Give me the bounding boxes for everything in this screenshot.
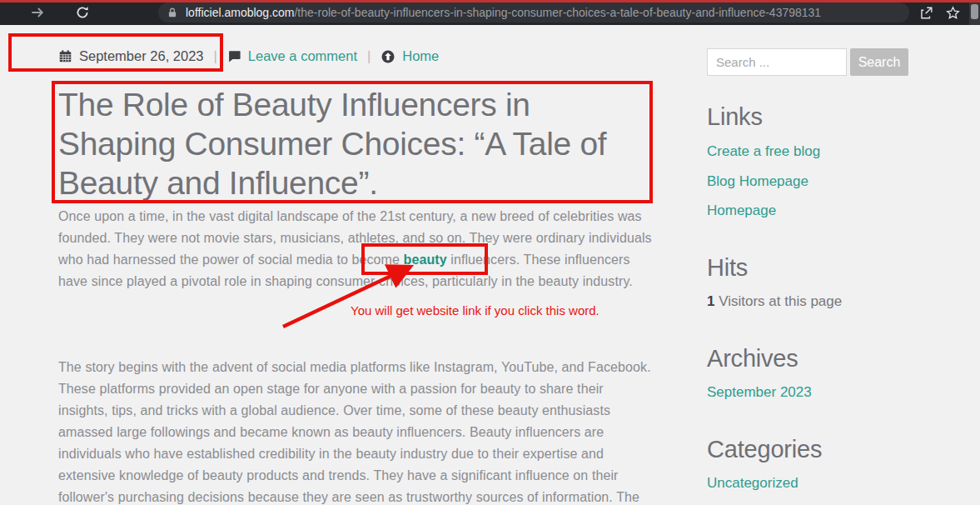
sidebar-link-archive-september-2023[interactable]: September 2023: [707, 384, 812, 401]
url-path: /the-role-of-beauty-influencers-in-shapi…: [294, 6, 821, 19]
sidebar-link-homepage[interactable]: Homepage: [707, 202, 776, 219]
sidebar-link-category-uncategorized[interactable]: Uncategorized: [707, 475, 798, 492]
scrollbar-track[interactable]: [969, 0, 980, 25]
post-paragraph-1: Once upon a time, in the vast digital la…: [58, 206, 708, 292]
calendar-icon: [58, 49, 72, 63]
annotation-note-text: You will get website link if you click t…: [351, 303, 599, 318]
post-paragraph-2: The story begins with the advent of soci…: [58, 357, 708, 505]
home-link[interactable]: Home: [402, 48, 439, 64]
lock-icon: [167, 7, 178, 19]
sidebar-link-create-free-blog[interactable]: Create a free blog: [707, 143, 820, 160]
forward-arrow-icon[interactable]: [29, 4, 46, 21]
post-meta-row: September 26, 2023 | Leave a comment | H…: [58, 48, 439, 64]
hits-counter: 1 Visitors at this page: [707, 293, 842, 310]
meta-separator: |: [364, 48, 374, 64]
browser-toolbar: lofficiel.amoblog.com/the-role-of-beauty…: [0, 0, 980, 25]
comment-bubble-icon: [227, 49, 241, 63]
search-button[interactable]: Search: [850, 48, 908, 76]
reload-icon[interactable]: [74, 4, 91, 21]
post-title: The Role of Beauty Influencers in Shapin…: [58, 85, 666, 202]
bookmark-star-icon[interactable]: [944, 4, 961, 21]
scrollbar-thumb[interactable]: [971, 4, 978, 19]
annotation-top-line: [0, 0, 980, 2]
share-icon[interactable]: [918, 4, 934, 21]
archives-section-title: Archives: [707, 345, 798, 372]
hits-section-title: Hits: [707, 254, 748, 282]
beauty-word-link[interactable]: beauty: [404, 252, 447, 267]
meta-separator: |: [211, 48, 221, 64]
categories-section-title: Categories: [707, 436, 822, 463]
post-date: September 26, 2023: [79, 48, 204, 64]
url-domain: lofficiel.amoblog.com: [186, 6, 294, 19]
links-section-title: Links: [707, 103, 763, 131]
search-input[interactable]: [707, 48, 847, 76]
leave-a-comment-link[interactable]: Leave a comment: [248, 48, 357, 64]
address-bar[interactable]: lofficiel.amoblog.com/the-role-of-beauty…: [158, 2, 909, 22]
hits-label: Visitors at this page: [714, 293, 842, 309]
url-text: lofficiel.amoblog.com/the-role-of-beauty…: [186, 6, 821, 19]
home-icon: [381, 49, 395, 64]
sidebar-link-blog-homepage[interactable]: Blog Homepage: [707, 173, 808, 190]
